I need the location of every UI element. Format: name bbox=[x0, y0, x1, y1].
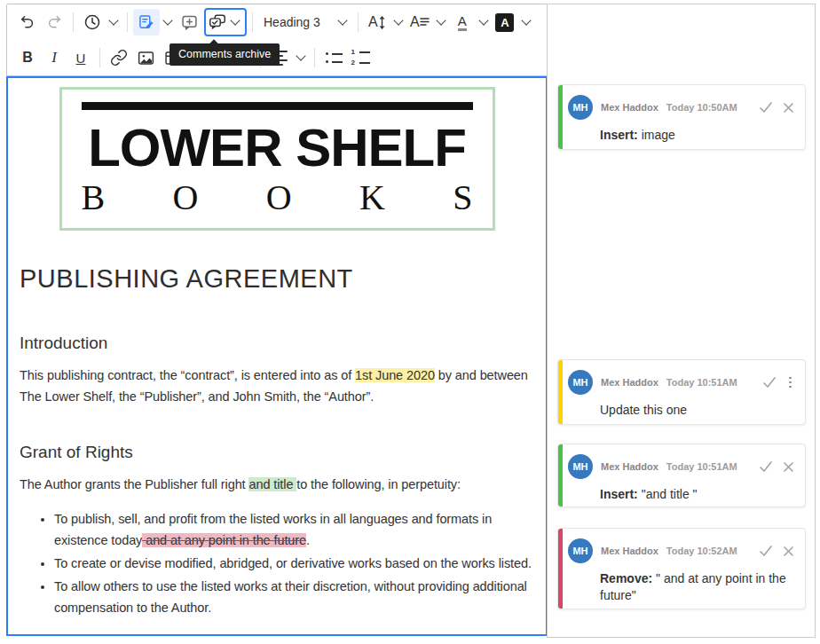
link-button[interactable] bbox=[106, 43, 132, 72]
comment-card-insert-and-title[interactable]: MH Mex Haddox Today 10:51AM Insert: "and… bbox=[557, 444, 806, 507]
chevron-down-icon[interactable] bbox=[108, 15, 118, 25]
close-icon bbox=[783, 461, 794, 473]
comment-header: MH Mex Haddox Today 10:50AM bbox=[558, 85, 805, 120]
comments-sidebar: MH Mex Haddox Today 10:50AM Insert: imag… bbox=[547, 4, 816, 638]
comment-options-button[interactable] bbox=[786, 377, 794, 389]
logo-letter: B bbox=[82, 178, 106, 217]
logo-bar bbox=[82, 102, 473, 110]
section-heading-introduction: Introduction bbox=[20, 334, 534, 353]
undo-button[interactable] bbox=[14, 8, 41, 36]
accept-suggestion-button[interactable] bbox=[759, 545, 773, 557]
logo-letter: S bbox=[453, 178, 472, 217]
check-icon bbox=[759, 460, 773, 473]
paragraph-text: This publishing contract, the “contract”… bbox=[20, 368, 355, 382]
deletion-highlight[interactable]: and at any point in the future bbox=[142, 533, 306, 547]
list-item: To create or devise modified, abridged, … bbox=[54, 553, 534, 574]
add-comment-button[interactable] bbox=[176, 8, 202, 36]
accept-suggestion-button[interactable] bbox=[759, 460, 773, 473]
background-color-button[interactable]: A bbox=[492, 8, 518, 36]
comment-timestamp: Today 10:50AM bbox=[666, 102, 737, 113]
comment-body: Update this one bbox=[558, 395, 805, 428]
comment-header: MH Mex Haddox Today 10:51AM bbox=[558, 360, 805, 395]
undo-icon bbox=[19, 13, 36, 31]
check-icon bbox=[759, 101, 773, 114]
font-color-button[interactable]: A bbox=[449, 8, 476, 36]
background-color-icon: A bbox=[495, 13, 514, 32]
numbered-list-button[interactable]: 1 2 bbox=[347, 43, 374, 72]
separator bbox=[73, 12, 74, 32]
underline-button[interactable]: U bbox=[67, 43, 94, 72]
chevron-down-icon[interactable] bbox=[436, 15, 445, 25]
suggestion-label: Insert: bbox=[600, 487, 638, 501]
chevron-down-icon[interactable] bbox=[521, 15, 531, 25]
redo-button[interactable] bbox=[41, 8, 67, 36]
comment-highlight[interactable]: 1st June 2020 bbox=[355, 368, 435, 382]
chevron-down-icon[interactable] bbox=[393, 15, 403, 25]
heading-dropdown[interactable]: Heading 3 bbox=[258, 8, 352, 36]
logo-letter: O bbox=[266, 178, 292, 217]
font-size-button[interactable]: A bbox=[364, 8, 390, 36]
font-family-button[interactable]: A bbox=[406, 8, 433, 36]
comment-timestamp: Today 10:52AM bbox=[666, 546, 737, 556]
font-size-icon: A bbox=[368, 14, 386, 30]
revision-history-button[interactable] bbox=[79, 8, 106, 36]
track-changes-icon bbox=[138, 13, 155, 31]
check-icon bbox=[762, 376, 777, 389]
add-comment-icon bbox=[180, 13, 199, 32]
comment-body: Insert: "and title " bbox=[558, 479, 805, 513]
chevron-down-icon bbox=[230, 15, 240, 25]
editor: Heading 3 A A A A B I U bbox=[6, 4, 548, 76]
separator bbox=[127, 12, 128, 32]
paragraph-text: . bbox=[306, 533, 310, 547]
suggestion-text: "and title " bbox=[638, 487, 698, 501]
discard-suggestion-button[interactable] bbox=[783, 102, 794, 114]
italic-button[interactable]: I bbox=[41, 43, 67, 72]
redo-icon bbox=[45, 13, 63, 31]
link-icon bbox=[110, 49, 128, 67]
comment-author: Mex Haddox bbox=[601, 377, 658, 388]
comment-header: MH Mex Haddox Today 10:52AM bbox=[558, 529, 805, 563]
comment-author: Mex Haddox bbox=[601, 546, 658, 556]
discard-suggestion-button[interactable] bbox=[783, 461, 794, 473]
logo-letter: K bbox=[359, 178, 385, 217]
resolve-comment-button[interactable] bbox=[762, 376, 777, 389]
image-icon bbox=[137, 49, 155, 67]
comment-card-insert-image[interactable]: MH Mex Haddox Today 10:50AM Insert: imag… bbox=[557, 84, 806, 150]
list-item: To publish, sell, and profit from the li… bbox=[54, 508, 534, 551]
suggestion-text: image bbox=[638, 128, 675, 142]
bulleted-list-button[interactable] bbox=[320, 43, 347, 72]
chevron-down-icon[interactable] bbox=[296, 51, 305, 60]
chevron-down-icon[interactable] bbox=[478, 15, 488, 25]
comment-author: Mex Haddox bbox=[601, 102, 658, 113]
comment-card-remove-future[interactable]: MH Mex Haddox Today 10:52AM Remove: " an… bbox=[557, 528, 806, 609]
separator bbox=[99, 48, 100, 67]
chevron-down-icon bbox=[337, 15, 347, 25]
avatar: MH bbox=[568, 454, 593, 479]
comment-card-update[interactable]: MH Mex Haddox Today 10:51AM Update this … bbox=[557, 359, 806, 425]
accept-suggestion-button[interactable] bbox=[759, 101, 773, 114]
comments-archive-button[interactable] bbox=[204, 8, 247, 36]
bold-button[interactable]: B bbox=[14, 43, 41, 72]
logo-image[interactable]: LOWER SHELF B O O K S bbox=[59, 87, 495, 231]
logo-subtitle: B O O K S bbox=[82, 178, 473, 217]
separator bbox=[252, 12, 253, 32]
discard-suggestion-button[interactable] bbox=[783, 546, 794, 557]
track-changes-button[interactable] bbox=[133, 9, 160, 35]
numbered-list-icon: 1 2 bbox=[351, 50, 370, 66]
document-canvas[interactable]: LOWER SHELF B O O K S PUBLISHING AGREEME… bbox=[6, 76, 548, 636]
grant-bullet-list: To publish, sell, and profit from the li… bbox=[20, 508, 534, 618]
close-icon bbox=[783, 546, 794, 557]
insertion-highlight[interactable]: and title bbox=[248, 477, 296, 491]
suggestion-label: Insert: bbox=[600, 128, 638, 142]
separator bbox=[358, 12, 359, 32]
check-icon bbox=[759, 545, 773, 557]
heading-dropdown-label: Heading 3 bbox=[264, 15, 320, 29]
chevron-down-icon[interactable] bbox=[162, 15, 172, 25]
toolbar-row-1: Heading 3 A A A A bbox=[7, 4, 547, 40]
section-heading-grant-of-rights: Grant of Rights bbox=[20, 443, 534, 462]
tooltip-label: Comments archive bbox=[178, 48, 271, 60]
comment-timestamp: Today 10:51AM bbox=[666, 377, 737, 388]
insert-image-button[interactable] bbox=[132, 43, 159, 72]
logo-title: LOWER SHELF bbox=[82, 122, 473, 175]
logo-letter: O bbox=[173, 178, 199, 217]
